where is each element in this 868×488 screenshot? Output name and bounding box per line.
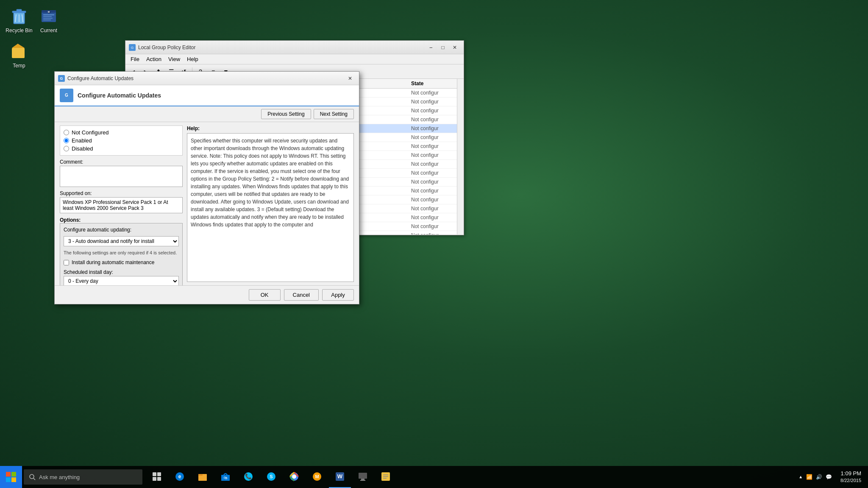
- taskbar-explorer[interactable]: [192, 466, 214, 488]
- dialog-nav: Previous Setting Next Setting: [55, 106, 359, 122]
- svg-text:G: G: [60, 76, 63, 81]
- supported-section: Supported on: Windows XP Professional Se…: [60, 190, 183, 213]
- dialog-titlebar[interactable]: G Configure Automatic Updates ✕: [55, 72, 359, 85]
- taskbar-computer[interactable]: [352, 466, 374, 488]
- radio-enabled[interactable]: Enabled: [64, 137, 179, 144]
- policy-state-16: Not configur: [411, 232, 453, 234]
- options-note: The following settings are only required…: [64, 250, 179, 256]
- radio-disabled-label: Disabled: [72, 145, 93, 152]
- configure-updates-dialog: G Configure Automatic Updates ✕ G Config…: [54, 71, 359, 304]
- network-icon[interactable]: 📶: [806, 474, 812, 480]
- svg-rect-49: [360, 480, 365, 481]
- policy-state-5: Not configur: [411, 134, 453, 140]
- gpe-scrollbar[interactable]: [457, 79, 464, 234]
- radio-enabled-input[interactable]: [64, 138, 69, 143]
- svg-rect-9: [43, 14, 54, 15]
- svg-text:G: G: [131, 46, 134, 50]
- policy-state-7: Not configur: [411, 152, 453, 158]
- taskbar-time: 1:09 PM: [840, 470, 861, 477]
- policy-state-9: Not configur: [411, 170, 453, 176]
- temp-icon[interactable]: Temp: [2, 37, 36, 72]
- supported-value: Windows XP Professional Service Pack 1 o…: [60, 197, 183, 213]
- taskbar-word[interactable]: W: [329, 466, 351, 488]
- menu-action[interactable]: Action: [143, 55, 165, 63]
- policy-state-0: Not configur: [411, 90, 453, 96]
- svg-rect-30: [157, 477, 161, 481]
- taskbar-edge[interactable]: e: [169, 466, 191, 488]
- svg-rect-22: [11, 472, 16, 477]
- maintenance-checkbox[interactable]: [64, 260, 69, 265]
- schedule-day-label: Scheduled install day:: [64, 269, 113, 275]
- setting-header-icon: G: [60, 89, 73, 102]
- taskbar-taskview[interactable]: [146, 466, 168, 488]
- svg-text:G: G: [65, 93, 68, 98]
- comment-section: Comment:: [60, 159, 183, 187]
- dialog-close-button[interactable]: ✕: [345, 74, 356, 83]
- svg-marker-14: [12, 44, 25, 48]
- start-button[interactable]: [0, 466, 22, 488]
- current-icon[interactable]: W Current: [32, 2, 66, 37]
- taskbar-chrome[interactable]: [283, 466, 305, 488]
- dialog-right-panel: Help: Specifies whether this computer wi…: [187, 125, 354, 282]
- radio-disabled-input[interactable]: [64, 146, 69, 151]
- taskbar-store[interactable]: 🛍: [214, 466, 236, 488]
- radio-enabled-label: Enabled: [72, 137, 92, 144]
- action-center-icon[interactable]: 💬: [826, 474, 832, 480]
- show-hidden-icons[interactable]: ▲: [798, 474, 803, 479]
- schedule-day-select[interactable]: 0 - Every day1 - Sunday2 - Monday3 - Tue…: [64, 276, 179, 285]
- gpe-title-icon: G: [129, 44, 136, 51]
- radio-not-configured-input[interactable]: [64, 130, 69, 135]
- configure-label: Configure automatic updating:: [64, 227, 179, 233]
- taskbar-phone[interactable]: 📞: [237, 466, 259, 488]
- menu-help[interactable]: Help: [184, 55, 202, 63]
- gpe-menu-bar: File Action View Help: [125, 54, 464, 64]
- policy-state-12: Not configur: [411, 197, 453, 203]
- svg-point-42: [292, 474, 296, 479]
- svg-rect-1: [12, 11, 26, 13]
- radio-disabled[interactable]: Disabled: [64, 145, 179, 152]
- menu-view[interactable]: View: [165, 55, 184, 63]
- svg-rect-27: [153, 472, 156, 476]
- taskbar-skype[interactable]: S: [260, 466, 282, 488]
- taskbar-notes[interactable]: [375, 466, 397, 488]
- gpe-maximize-button[interactable]: □: [437, 43, 448, 52]
- comment-textarea[interactable]: [60, 166, 183, 187]
- gpe-minimize-button[interactable]: ‒: [426, 43, 437, 52]
- schedule-day-section: Scheduled install day: 0 - Every day1 - …: [64, 269, 179, 285]
- svg-text:W: W: [48, 11, 50, 13]
- apply-button[interactable]: Apply: [322, 289, 354, 301]
- menu-file[interactable]: File: [127, 55, 143, 63]
- dialog-left-panel: Not Configured Enabled Disabled Comment:: [60, 125, 183, 282]
- cancel-button[interactable]: Cancel: [284, 289, 319, 301]
- svg-rect-23: [6, 477, 11, 482]
- svg-rect-2: [17, 9, 22, 11]
- notification-area[interactable]: ▲ 📶 🔊 💬: [795, 474, 835, 480]
- gpe-close-button[interactable]: ✕: [449, 43, 460, 52]
- taskbar-app7[interactable]: M: [306, 466, 328, 488]
- configure-select[interactable]: 2 - Notify for download and notify for i…: [64, 236, 179, 246]
- policy-state-11: Not configur: [411, 188, 453, 194]
- taskbar-apps: e 🛍 📞: [146, 466, 397, 488]
- taskbar-clock[interactable]: 1:09 PM 8/22/2015: [840, 470, 861, 484]
- help-content[interactable]: Specifies whether this computer will rec…: [187, 133, 354, 282]
- dialog-window-controls[interactable]: ✕: [345, 74, 356, 83]
- svg-point-25: [30, 474, 34, 479]
- radio-group: Not Configured Enabled Disabled: [60, 125, 183, 156]
- prev-setting-button[interactable]: Previous Setting: [261, 109, 311, 119]
- maintenance-checkbox-row[interactable]: Install during automatic maintenance: [64, 259, 179, 265]
- radio-not-configured-label: Not Configured: [72, 129, 108, 136]
- taskbar-right: ▲ 📶 🔊 💬 1:09 PM 8/22/2015: [795, 470, 868, 484]
- ok-button[interactable]: OK: [249, 289, 281, 301]
- policy-state-6: Not configur: [411, 143, 453, 149]
- gpe-titlebar[interactable]: G Local Group Policy Editor ‒ □ ✕: [125, 41, 464, 54]
- svg-rect-48: [361, 479, 364, 480]
- recycle-bin-icon[interactable]: Recycle Bin: [2, 2, 36, 37]
- next-setting-button[interactable]: Next Setting: [314, 109, 354, 119]
- svg-rect-29: [153, 477, 156, 481]
- svg-line-26: [33, 478, 35, 480]
- volume-icon[interactable]: 🔊: [816, 474, 822, 480]
- radio-not-configured[interactable]: Not Configured: [64, 129, 179, 136]
- taskbar-search[interactable]: Ask me anything: [24, 469, 142, 485]
- comment-label: Comment:: [60, 159, 183, 165]
- gpe-window-controls[interactable]: ‒ □ ✕: [426, 43, 460, 52]
